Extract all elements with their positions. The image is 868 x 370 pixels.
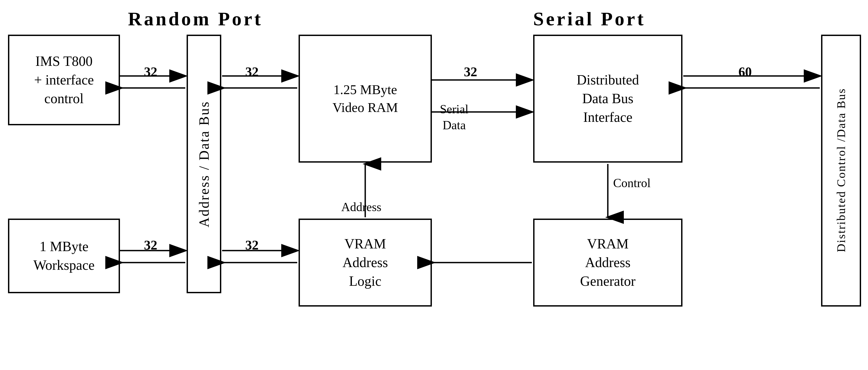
serial-data-label: Serial Data: [440, 101, 468, 133]
dist-db-line3: Interface: [577, 108, 639, 127]
video-ram-line1: 1.25 MByte: [333, 81, 398, 99]
random-port-title: Random Port: [128, 8, 263, 30]
vram-address-generator-box: VRAM Address Generator: [533, 219, 682, 307]
ims-t800-line3: control: [34, 89, 94, 108]
ims-t800-box: IMS T800 + interface control: [8, 35, 120, 125]
arrow-label-60: 60: [738, 64, 752, 80]
vram-address-logic-box: VRAM Address Logic: [299, 219, 432, 307]
vram-ag-line3: Generator: [580, 272, 636, 290]
video-ram-line2: Video RAM: [333, 99, 398, 117]
dist-control-bus-label: Distributed Control /Data Bus: [834, 88, 848, 252]
diagram-container: Random Port Serial Port IMS T800 + inter…: [0, 0, 868, 370]
vram-address-logic-line1: VRAM: [343, 235, 388, 253]
arrow-label-32-2: 32: [245, 64, 258, 80]
control-label: Control: [613, 176, 651, 190]
vram-address-logic-line2: Address: [343, 253, 388, 272]
ims-t800-line1: IMS T800: [34, 52, 94, 71]
dist-db-line2: Data Bus: [577, 89, 639, 108]
distributed-data-bus-box: Distributed Data Bus Interface: [533, 35, 682, 163]
address-data-bus-box: Address / Data Bus: [187, 35, 221, 293]
serial-port-title: Serial Port: [533, 8, 646, 30]
ims-t800-line2: + interface: [34, 71, 94, 89]
mbyte-workspace-box: 1 MByte Workspace: [8, 219, 120, 293]
address-data-bus-label: Address / Data Bus: [196, 101, 212, 227]
address-label: Address: [341, 200, 381, 214]
vram-ag-line2: Address: [580, 253, 636, 272]
mbyte-workspace-line1: 1 MByte: [33, 237, 95, 256]
vram-address-logic-line3: Logic: [343, 272, 388, 290]
dist-db-line1: Distributed: [577, 71, 639, 89]
arrow-label-32-bl: 32: [144, 237, 157, 253]
video-ram-box: 1.25 MByte Video RAM: [299, 35, 432, 163]
arrow-label-32-bm: 32: [245, 237, 258, 253]
arrow-label-32-3: 32: [464, 64, 477, 80]
distributed-control-bus-box: Distributed Control /Data Bus: [821, 35, 861, 307]
mbyte-workspace-line2: Workspace: [33, 256, 95, 275]
arrows-svg: [0, 0, 868, 370]
vram-ag-line1: VRAM: [580, 235, 636, 253]
arrow-label-32-1: 32: [144, 64, 157, 80]
